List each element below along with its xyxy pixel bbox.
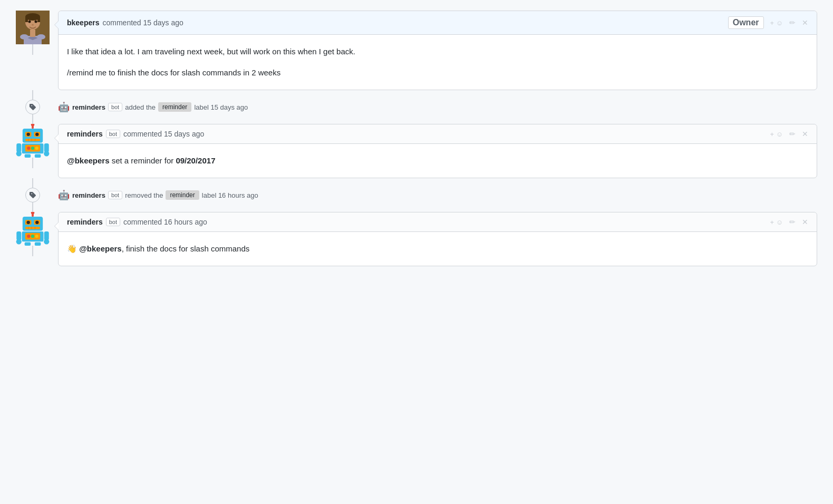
wave-emoji: 👋 — [67, 244, 77, 253]
svg-point-40 — [26, 221, 30, 224]
bot-badge-event-1: bot — [108, 103, 122, 111]
close-button-3[interactable]: ✕ — [802, 218, 808, 226]
mention-bkeepers-1: @bkeepers — [67, 156, 110, 165]
comment-block-1: bkeepers commented 15 days ago Owner + ☺… — [16, 11, 817, 90]
svg-rect-21 — [28, 139, 28, 141]
svg-point-14 — [31, 124, 34, 126]
vline-2b — [32, 114, 33, 124]
svg-point-31 — [16, 151, 22, 156]
comment-reminders-2: reminders bot commented 16 hours ago + ☺… — [58, 212, 817, 266]
svg-point-36 — [31, 212, 34, 214]
comment-header-right-1: Owner + ☺ ✏ ✕ — [728, 16, 808, 29]
comment-header-1: bkeepers commented 15 days ago Owner + ☺… — [59, 11, 817, 35]
comment-body-line-3: 👋 @bkeepers, finish the docs for slash c… — [67, 243, 808, 255]
avatar-reminders-2 — [16, 212, 50, 246]
svg-point-50 — [35, 235, 38, 238]
svg-rect-23 — [35, 139, 35, 141]
edit-button-1[interactable]: ✏ — [789, 18, 796, 27]
add-emoji-button-1[interactable]: + ☺ — [770, 19, 783, 27]
svg-rect-33 — [25, 154, 31, 158]
svg-point-49 — [31, 235, 34, 238]
event-actor-1[interactable]: reminders — [72, 103, 105, 111]
comment-body-line-2: @bkeepers set a reminder for 09/20/2017 — [67, 154, 808, 167]
vline-3 — [32, 158, 33, 168]
svg-rect-45 — [35, 227, 35, 229]
reminder-label-1: reminder — [158, 102, 191, 112]
svg-rect-55 — [25, 243, 31, 246]
svg-point-11 — [20, 34, 28, 40]
owner-badge: Owner — [728, 16, 764, 29]
comment-header-3: reminders bot commented 16 hours ago + ☺… — [59, 212, 817, 232]
mention-bkeepers-2: @bkeepers — [79, 244, 122, 253]
comment-header-2: reminders bot commented 15 days ago + ☺ … — [59, 124, 817, 144]
reminder-label-2: reminder — [166, 190, 199, 200]
comment-timestamp-1: commented 15 days ago — [102, 18, 183, 27]
event-suffix-2: label 16 hours ago — [202, 191, 258, 199]
comment-body-3: 👋 @bkeepers, finish the docs for slash c… — [59, 232, 817, 266]
add-emoji-button-2[interactable]: + ☺ — [770, 130, 783, 138]
event-row-2: 🤖 reminders bot removed the reminder lab… — [16, 178, 817, 212]
svg-rect-34 — [35, 154, 41, 158]
svg-rect-10 — [30, 30, 35, 37]
bot-badge-comment-1: bot — [106, 130, 120, 138]
svg-rect-42 — [25, 227, 40, 229]
comment-suffix-3: , finish the docs for slash commands — [122, 244, 250, 253]
comment-line-2: /remind me to finish the docs for slash … — [67, 66, 808, 79]
svg-point-32 — [44, 151, 49, 156]
edit-button-3[interactable]: ✏ — [789, 218, 796, 226]
comment-timestamp-3: commented 16 hours ago — [123, 218, 207, 226]
svg-rect-22 — [31, 139, 32, 141]
vline-5 — [32, 246, 33, 256]
svg-point-53 — [16, 239, 22, 244]
event-row-1: 🤖 reminders bot added the reminder label… — [16, 90, 817, 124]
close-button-2[interactable]: ✕ — [802, 130, 808, 138]
event-content-1: 🤖 reminders bot added the reminder label… — [58, 90, 817, 124]
comment-header-left-3: reminders bot commented 16 hours ago — [67, 218, 207, 226]
label-icon-2 — [25, 188, 40, 202]
comment-author-2[interactable]: reminders — [67, 130, 103, 138]
edit-button-2[interactable]: ✏ — [789, 130, 796, 138]
bot-badge-comment-2: bot — [106, 218, 120, 226]
comment-author-3[interactable]: reminders — [67, 218, 103, 226]
svg-point-41 — [35, 221, 38, 224]
event-left-2 — [16, 178, 50, 212]
comment-box-1: bkeepers commented 15 days ago Owner + ☺… — [58, 11, 817, 90]
svg-point-5 — [28, 21, 31, 23]
event-left-1 — [16, 90, 50, 124]
svg-point-26 — [27, 147, 30, 150]
comment-body-2: @bkeepers set a reminder for 09/20/2017 — [59, 144, 817, 178]
comment-reminders-1: reminders bot commented 15 days ago + ☺ … — [58, 124, 817, 178]
vline-1 — [32, 44, 33, 55]
comment-block-2: reminders bot commented 15 days ago + ☺ … — [16, 124, 817, 178]
svg-rect-43 — [28, 227, 28, 229]
svg-rect-20 — [25, 139, 40, 141]
svg-point-6 — [35, 21, 37, 23]
vline-2a — [32, 90, 33, 100]
reminder-date: 09/20/2017 — [176, 156, 215, 165]
left-col-1 — [16, 11, 50, 55]
comment-bkeepers: bkeepers commented 15 days ago Owner + ☺… — [58, 11, 817, 90]
label-icon-1 — [25, 100, 40, 114]
comment-body-1: I like that idea a lot. I am traveling n… — [59, 35, 817, 90]
timeline-container: bkeepers commented 15 days ago Owner + ☺… — [16, 11, 817, 266]
svg-point-48 — [27, 235, 30, 238]
bot-badge-event-2: bot — [108, 191, 122, 199]
comment-timestamp-2: commented 15 days ago — [123, 130, 204, 138]
event-content-2: 🤖 reminders bot removed the reminder lab… — [58, 178, 817, 212]
event-text-2: 🤖 reminders bot removed the reminder lab… — [58, 189, 817, 201]
close-button-1[interactable]: ✕ — [802, 18, 808, 27]
comment-header-left-1: bkeepers commented 15 days ago — [67, 18, 183, 27]
left-col-2 — [16, 124, 50, 168]
comment-author-1: bkeepers — [67, 18, 99, 27]
event-text-1: 🤖 reminders bot added the reminder label… — [58, 101, 817, 113]
event-actor-2[interactable]: reminders — [72, 191, 105, 199]
svg-point-7 — [32, 24, 34, 26]
comment-line-1: I like that idea a lot. I am traveling n… — [67, 45, 808, 58]
svg-rect-3 — [25, 17, 28, 22]
add-emoji-button-3[interactable]: + ☺ — [770, 218, 783, 226]
svg-point-18 — [26, 133, 30, 136]
svg-rect-4 — [37, 17, 40, 22]
svg-rect-56 — [35, 243, 41, 246]
svg-rect-44 — [31, 227, 32, 229]
svg-point-19 — [35, 133, 38, 136]
